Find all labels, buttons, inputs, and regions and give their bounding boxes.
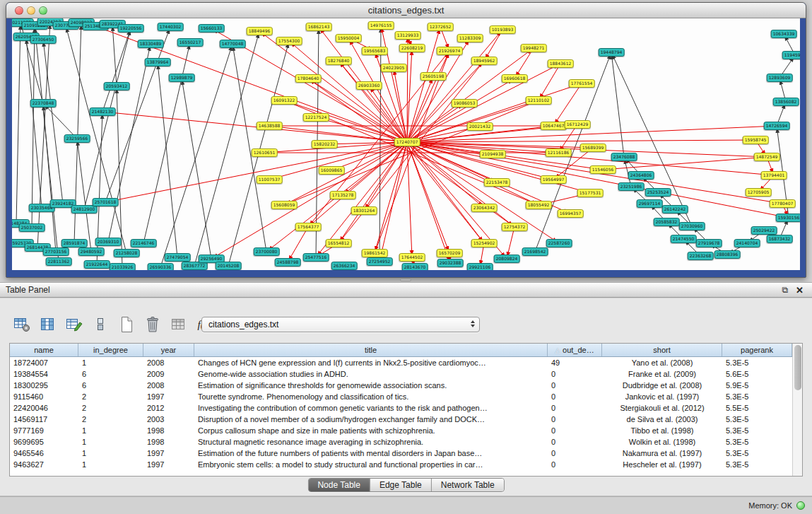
cell-pagerank[interactable]: 5.3E-5	[722, 459, 792, 470]
graph-node[interactable]: 21926974	[437, 47, 463, 55]
cell-name[interactable]: 9777169	[10, 425, 78, 436]
cell-in_degree[interactable]: 1	[78, 436, 143, 448]
graph-node[interactable]: 24588798	[275, 258, 301, 267]
table-settings-button[interactable]	[13, 316, 31, 333]
cell-pagerank[interactable]: 5.6E-5	[722, 368, 792, 380]
graph-node[interactable]: 12893609	[767, 74, 793, 82]
graph-node[interactable]: 15689399	[580, 144, 606, 152]
graph-node[interactable]: 27030960	[679, 222, 705, 230]
cell-title[interactable]: Changes of HCN gene expression and I(f) …	[194, 357, 548, 368]
cell-out_degree[interactable]: 0	[548, 425, 602, 436]
graph-node[interactable]: 21698542	[522, 247, 548, 256]
graph-node[interactable]: 25701618	[93, 198, 119, 206]
graph-node[interactable]: 27703156	[43, 247, 69, 256]
table-row[interactable]: 1830029562008Estimation of significance …	[10, 380, 792, 391]
cell-year[interactable]: 1997	[143, 459, 194, 470]
graph-node[interactable]: 24140704	[734, 239, 760, 247]
cell-pagerank[interactable]: 5.5E-5	[722, 402, 792, 414]
graph-node[interactable]: 17240707	[394, 138, 420, 146]
cell-out_degree[interactable]: 49	[548, 357, 602, 368]
graph-node[interactable]: 11283309	[457, 34, 483, 42]
cell-out_degree[interactable]: 0	[548, 402, 602, 414]
table-row[interactable]: 1938455462009Genome-wide association stu…	[10, 368, 792, 380]
graph-node[interactable]: 12754372	[502, 223, 528, 231]
cell-name[interactable]: 9465546	[10, 448, 78, 459]
cell-out_degree[interactable]: 0	[548, 459, 602, 470]
graph-node[interactable]: 20809824	[494, 255, 520, 263]
graph-node[interactable]: 25029422	[751, 226, 777, 235]
graph-node[interactable]: 21922644	[84, 260, 110, 269]
table-row[interactable]: 946362711997Embryonic stem cells: a mode…	[10, 459, 792, 470]
cell-year[interactable]: 2003	[143, 414, 194, 425]
graph-node[interactable]: 14872549	[754, 153, 780, 161]
cell-short[interactable]: Stergiakouli et al. (2012)	[602, 402, 722, 414]
cell-year[interactable]: 2012	[143, 402, 194, 414]
graph-node[interactable]: 26903360	[356, 81, 382, 90]
graph-node[interactable]: 15958745	[743, 136, 769, 144]
cell-in_degree[interactable]: 2	[78, 391, 143, 402]
graph-node[interactable]: 29697114	[637, 199, 663, 208]
graph-node[interactable]: 18055492	[526, 201, 552, 209]
graph-node[interactable]: 14976155	[368, 21, 394, 30]
table-row[interactable]: 2242004622012Investigating the contribut…	[10, 402, 792, 414]
graph-node[interactable]: 15254902	[471, 239, 498, 247]
cell-year[interactable]: 2008	[143, 380, 194, 391]
cell-title[interactable]: Corpus callosum shape and size in male p…	[194, 425, 548, 436]
window-close-button[interactable]	[15, 6, 23, 15]
window-minimize-button[interactable]	[27, 6, 35, 15]
graph-node[interactable]: 14726594	[764, 122, 790, 130]
cell-short[interactable]: Yano et al. (2008)	[602, 357, 722, 368]
graph-node[interactable]: 22811362	[46, 257, 72, 266]
graph-node[interactable]: 22587260	[546, 239, 572, 247]
cell-name[interactable]: 18300295	[10, 380, 78, 391]
graph-node[interactable]: 15930156	[776, 214, 800, 222]
graph-node[interactable]: 18945962	[471, 57, 498, 65]
graph-node[interactable]: 20145208	[216, 262, 242, 270]
graph-node[interactable]: 20369310	[95, 238, 122, 246]
cell-year[interactable]: 1997	[143, 448, 194, 459]
graph-node[interactable]: 25605198	[420, 72, 447, 81]
graph-node[interactable]: 17564377	[295, 223, 322, 231]
cell-in_degree[interactable]: 1	[78, 425, 143, 436]
cell-pagerank[interactable]: 5.3E-5	[722, 436, 792, 448]
graph-node[interactable]: 16862143	[306, 23, 332, 31]
table-row[interactable]: 1872400712008Changes of HCN gene express…	[10, 357, 792, 368]
column-header-year[interactable]: year	[143, 344, 194, 356]
cell-title[interactable]: Estimation of significance thresholds fo…	[194, 380, 548, 391]
graph-node[interactable]: 22370848	[30, 99, 57, 107]
graph-node[interactable]: 10647467	[541, 122, 567, 130]
graph-node[interactable]: 22608219	[399, 44, 425, 52]
graph-node[interactable]: 16550217	[177, 38, 204, 47]
cell-name[interactable]: 9699695	[10, 436, 78, 448]
cell-pagerank[interactable]: 5.3E-5	[722, 414, 792, 425]
cell-in_degree[interactable]: 6	[78, 368, 143, 380]
graph-node[interactable]: 18843612	[548, 59, 574, 68]
window-titlebar[interactable]: citations_edges.txt	[6, 3, 806, 18]
network-file-dropdown[interactable]: citations_edges.txt	[201, 317, 480, 332]
cell-out_degree[interactable]: 0	[548, 414, 602, 425]
graph-node[interactable]: 19086053	[452, 99, 478, 107]
cell-short[interactable]: Jankovic et al. (1997)	[602, 391, 722, 402]
graph-node[interactable]: 22363268	[688, 252, 714, 260]
graph-node[interactable]: 28808396	[714, 250, 741, 259]
cell-in_degree[interactable]: 2	[78, 402, 143, 414]
graph-node[interactable]: 21033926	[110, 263, 136, 270]
graph-node[interactable]: 22153478	[484, 178, 510, 187]
delete-table-button[interactable]	[143, 316, 162, 333]
cell-pagerank[interactable]: 5.9E-5	[722, 380, 792, 391]
cell-year[interactable]: 2008	[143, 357, 194, 368]
cell-out_degree[interactable]: 0	[548, 391, 602, 402]
graph-node[interactable]: 16994357	[558, 209, 584, 218]
cell-in_degree[interactable]: 6	[78, 380, 143, 391]
graph-node[interactable]: 29480592	[78, 247, 105, 256]
cell-short[interactable]: de Silva et al. (2003)	[602, 414, 722, 425]
graph-node[interactable]: 18301264	[351, 206, 377, 215]
cell-title[interactable]: Estimation of the future numbers of pati…	[194, 448, 548, 459]
graph-node[interactable]: 27919678	[696, 239, 722, 247]
column-header-short[interactable]: short	[602, 344, 722, 356]
graph-node[interactable]: 16091322	[271, 96, 298, 105]
table-row[interactable]: 977716911998Corpus callosum shape and si…	[10, 425, 792, 436]
table-scrollbar[interactable]	[792, 344, 802, 476]
float-panel-icon[interactable]: ⧉	[782, 285, 788, 295]
graph-node[interactable]: 19448794	[599, 48, 625, 57]
